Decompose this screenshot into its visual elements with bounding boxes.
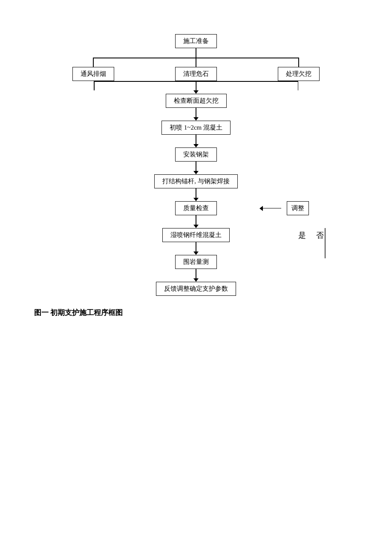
yes-label: 是 [298, 230, 306, 240]
no-label: 否 [316, 230, 324, 240]
wet-spray-row: 湿喷钢纤维混凝土 是 否 [34, 228, 358, 242]
yes-no-labels: 是 否 [298, 230, 324, 240]
arrow-left-head [259, 206, 263, 211]
box-adjust: 调整 [287, 201, 309, 215]
connector-5 [196, 188, 196, 198]
center-branch-line [196, 58, 196, 67]
caption: 图一 初期支护施工程序框图 [34, 308, 358, 318]
connector-7 [196, 242, 196, 251]
arrow-7 [193, 251, 199, 255]
quality-check-row: 质量检查 调整 [34, 201, 358, 215]
arrow-4 [193, 171, 199, 174]
center-branch: 清理危石 [175, 58, 217, 81]
arrow-6 [193, 225, 199, 228]
box-wet-spray: 湿喷钢纤维混凝土 [162, 228, 230, 242]
page: 施工准备 通风排烟 清理危石 [0, 0, 392, 555]
arrow-8 [193, 278, 199, 282]
box-start: 施工准备 [175, 34, 217, 48]
box-first-spray: 初喷 1~2cm 混凝土 [161, 121, 231, 135]
arrow-1 [193, 90, 199, 94]
flowchart: 施工准备 通风排烟 清理危石 [34, 34, 358, 296]
left-branch-line [93, 58, 94, 67]
box-install-frame: 安装钢架 [175, 147, 217, 162]
arrow-5 [193, 198, 199, 201]
right-branch-line [298, 58, 299, 67]
box-check-section: 检查断面超欠挖 [166, 94, 227, 108]
adjust-area [260, 208, 281, 209]
connector-6 [196, 215, 196, 225]
arrow-3 [193, 144, 199, 147]
connector-8 [196, 269, 196, 278]
center-bottom-stub [196, 81, 196, 90]
right-bottom-stub [298, 81, 299, 90]
connector-3 [196, 135, 196, 144]
box-quality-check: 质量检查 [175, 201, 217, 215]
right-branch: 处理欠挖 [278, 58, 320, 81]
connector-2 [196, 108, 196, 117]
connector-4 [196, 162, 196, 171]
arrow-2 [193, 117, 199, 121]
box-anchor-bolt: 打结构锚杆, 与钢架焊接 [154, 174, 238, 188]
arrow-from-adjust-line [260, 208, 281, 209]
box-clear-rocks: 清理危石 [175, 67, 217, 81]
left-branch: 通风排烟 [72, 58, 114, 81]
h-branch-line [94, 58, 298, 58]
box-rock-measurement: 围岩量测 [175, 255, 217, 269]
box-feedback-adjust: 反馈调整确定支护参数 [156, 282, 236, 296]
box-handle-underdig: 处理欠挖 [278, 67, 320, 81]
box-ventilation: 通风排烟 [72, 67, 114, 81]
left-bottom-stub [94, 81, 95, 90]
connector-1 [196, 48, 196, 58]
